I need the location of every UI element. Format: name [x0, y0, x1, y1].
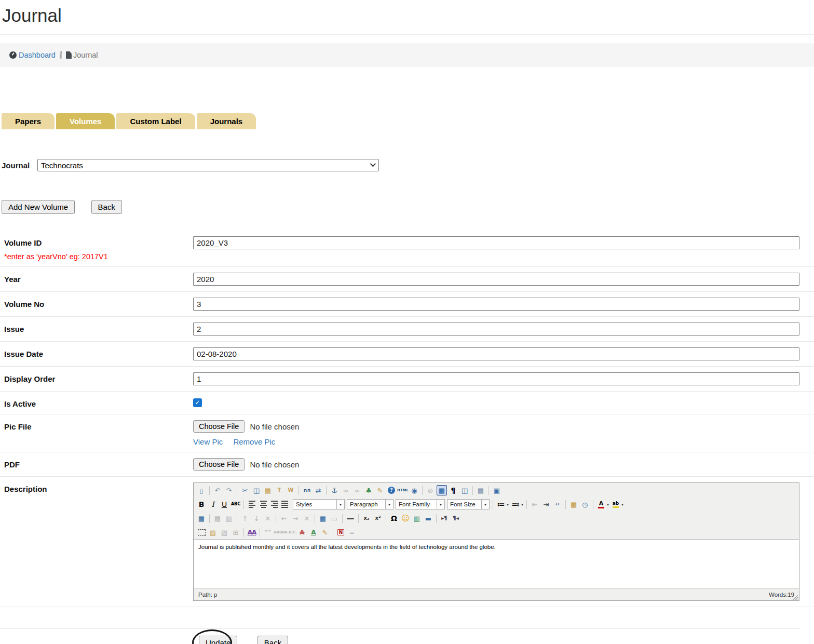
print-icon[interactable]: ▤	[476, 485, 486, 495]
cell-properties-icon[interactable]: ▥	[224, 513, 234, 524]
move-backward-icon[interactable]: ▧	[219, 527, 229, 538]
preview-icon[interactable]: ◉	[409, 485, 419, 495]
editor-content-area[interactable]: Journal is published monthly and it cove…	[194, 539, 799, 588]
volume-no-input[interactable]	[193, 298, 799, 311]
new-document-icon[interactable]: ▯	[196, 485, 207, 495]
special-char-icon[interactable]: Ω	[389, 513, 399, 524]
acronym-icon[interactable]: A.B.C.	[286, 527, 296, 538]
text-color-icon[interactable]: A	[596, 499, 606, 509]
numbered-list-icon-dropdown-arrow[interactable]: ▾	[521, 502, 523, 507]
numbered-list-icon[interactable]: ≕	[510, 499, 521, 509]
rtl-icon[interactable]: ¶◂	[451, 513, 461, 524]
row-properties-icon[interactable]: ▤	[212, 513, 223, 524]
back-button-top[interactable]: Back	[91, 200, 122, 214]
view-pic-link[interactable]: View Pic	[193, 437, 223, 446]
absolute-position-icon[interactable]: ⊞	[230, 527, 241, 538]
move-forward-icon[interactable]: ▨	[208, 527, 218, 538]
deleted-text-icon[interactable]: A	[297, 527, 307, 538]
font-family-select-arrow-icon[interactable]: ▼	[437, 500, 444, 509]
remove-format-icon[interactable]: ⊘	[425, 485, 436, 495]
abbreviation-icon[interactable]: ABBR	[274, 527, 284, 538]
style-props-icon[interactable]: AA	[247, 527, 257, 538]
horizontal-rule-icon[interactable]: —	[345, 513, 356, 524]
italic-icon[interactable]: I	[208, 499, 218, 509]
indent-icon[interactable]: ⇥	[541, 499, 551, 509]
anchor-icon[interactable]: ⚓	[329, 485, 340, 495]
align-right-icon[interactable]	[269, 499, 280, 509]
tab-papers[interactable]: Papers	[2, 113, 55, 129]
tab-journals[interactable]: Journals	[197, 113, 256, 129]
issue-input[interactable]	[193, 323, 799, 336]
edit-table-icon[interactable]: ▦	[196, 513, 207, 524]
insert-table-icon[interactable]: ▦	[437, 485, 447, 495]
paste-icon[interactable]: ▤	[263, 485, 273, 495]
delete-column-icon[interactable]: ✕	[302, 513, 312, 524]
paste-from-word-icon[interactable]: W	[286, 485, 296, 495]
font-size-select-arrow-icon[interactable]: ▼	[481, 500, 489, 509]
insert-image-icon[interactable]: ♣	[363, 485, 374, 495]
fullscreen-icon[interactable]: ▣	[492, 485, 502, 495]
align-justify-icon[interactable]	[281, 499, 291, 509]
cleanup-code-icon[interactable]: ✎	[375, 485, 385, 495]
subscript-icon[interactable]: x₂	[361, 513, 372, 524]
copy-icon[interactable]: ◫	[251, 485, 262, 495]
blockquote-icon[interactable]: “	[552, 499, 563, 509]
nonbreaking-space-icon[interactable]: N	[337, 529, 345, 536]
strikethrough-icon[interactable]: ABC	[230, 499, 241, 509]
find-replace-icon[interactable]: ⇄	[313, 485, 323, 495]
merge-cells-icon[interactable]: ▭	[329, 513, 340, 524]
align-left-icon[interactable]	[247, 499, 257, 509]
emoticons-icon[interactable]: ☺	[400, 513, 411, 524]
unlink-icon[interactable]: ∞	[352, 485, 362, 495]
background-color-icon-dropdown-arrow[interactable]: ▾	[621, 502, 623, 507]
superscript-icon[interactable]: x²	[373, 513, 383, 524]
redo-icon[interactable]: ↷	[224, 485, 234, 495]
outdent-icon[interactable]: ⇤	[530, 499, 540, 509]
align-center-icon[interactable]	[258, 499, 268, 509]
page-break-icon[interactable]: ═	[347, 527, 357, 538]
journal-select[interactable]: Technocrats	[37, 159, 379, 171]
insert-layer-icon[interactable]	[196, 527, 207, 538]
insert-row-after-icon[interactable]: ↓	[251, 513, 262, 524]
cut-icon[interactable]: ✂	[240, 485, 250, 495]
insert-media-icon[interactable]: ▥	[412, 513, 422, 524]
tab-volumes[interactable]: Volumes	[56, 113, 115, 129]
breadcrumb-dashboard-link[interactable]: Dashboard	[9, 51, 56, 59]
attributes-icon[interactable]: ✎	[320, 527, 330, 538]
remove-pic-link[interactable]: Remove Pic	[233, 437, 275, 446]
text-color-icon-dropdown-arrow[interactable]: ▾	[607, 502, 609, 507]
bullet-list-icon[interactable]: ≔	[496, 499, 506, 509]
year-input[interactable]	[193, 273, 799, 286]
font-family-select[interactable]: Font Family▼	[396, 499, 445, 509]
styles-select[interactable]: Styles▼	[293, 499, 345, 509]
font-size-select[interactable]: Font Size▼	[447, 499, 490, 509]
paragraph-format-select-arrow-icon[interactable]: ▼	[385, 500, 393, 509]
insert-row-before-icon[interactable]: ↑	[240, 513, 250, 524]
insert-column-before-icon[interactable]: ←	[279, 513, 289, 524]
help-icon[interactable]: ?	[388, 487, 395, 494]
bullet-list-icon-dropdown-arrow[interactable]: ▾	[507, 502, 509, 507]
ltr-icon[interactable]: ▸¶	[439, 513, 450, 524]
inserted-text-icon[interactable]: A	[308, 527, 319, 538]
find-icon[interactable]: ∩∩	[302, 485, 312, 495]
visual-chars-icon[interactable]: ¶	[448, 485, 458, 495]
insert-time-icon[interactable]: ◷	[580, 499, 590, 509]
pdf-choose-button[interactable]: Choose File	[193, 458, 245, 471]
tab-custom-label[interactable]: Custom Label	[116, 113, 195, 129]
paragraph-format-select[interactable]: Paragraph▼	[347, 499, 394, 509]
insert-column-after-icon[interactable]: →	[290, 513, 301, 524]
link-icon[interactable]: ∞	[341, 485, 351, 495]
underline-icon[interactable]: U	[219, 499, 229, 509]
undo-icon[interactable]: ↶	[212, 485, 223, 495]
pic-file-choose-button[interactable]: Choose File	[193, 420, 245, 433]
split-cells-icon[interactable]: ▦	[318, 513, 328, 524]
is-active-checkbox[interactable]	[193, 398, 202, 407]
issue-date-input[interactable]	[193, 347, 799, 360]
citation-icon[interactable]: “”	[263, 527, 273, 538]
display-order-input[interactable]	[193, 372, 799, 385]
add-new-volume-button[interactable]: Add New Volume	[2, 200, 75, 214]
background-color-icon[interactable]: ab	[610, 499, 621, 509]
delete-row-icon[interactable]: ✕	[263, 513, 273, 524]
bold-icon[interactable]: B	[196, 499, 207, 509]
volume-id-input[interactable]	[193, 236, 799, 249]
